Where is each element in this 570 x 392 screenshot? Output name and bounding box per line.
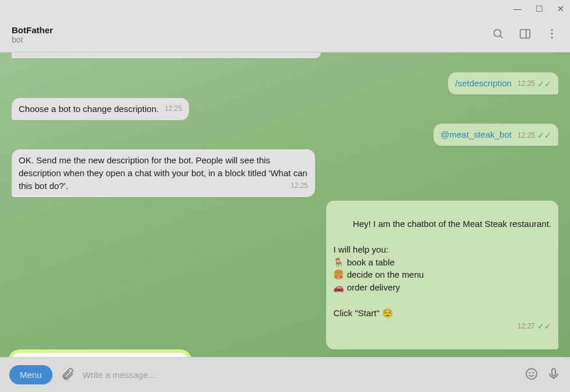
maximize-icon[interactable]: ☐ bbox=[536, 4, 543, 13]
message-row-incoming: OK. Send me the new description for the … bbox=[12, 149, 558, 197]
svg-line-1 bbox=[500, 35, 502, 37]
svg-rect-2 bbox=[520, 29, 530, 38]
chat-title[interactable]: BotFather bbox=[12, 25, 53, 35]
read-ticks-icon: ✓✓ bbox=[537, 320, 551, 332]
mention-link[interactable]: @meat_steak_bot bbox=[440, 130, 512, 139]
svg-point-6 bbox=[551, 36, 552, 38]
message-row-outgoing: /setdescription 12:25 ✓✓ bbox=[12, 72, 558, 94]
microphone-icon[interactable] bbox=[547, 367, 561, 383]
chat-subtitle: bot bbox=[12, 35, 53, 44]
message-bubble[interactable]: @meat_steak_bot 12:25 ✓✓ bbox=[433, 124, 558, 146]
svg-point-9 bbox=[533, 372, 534, 373]
message-time: 9.45 bbox=[300, 52, 314, 54]
message-bubble[interactable]: Hey! I am the chatbot of the Meat Steak … bbox=[326, 201, 558, 349]
message-row-outgoing: @meat_steak_bot 12:25 ✓✓ bbox=[12, 124, 558, 146]
message-time: 12:25 bbox=[517, 79, 535, 89]
message-input[interactable] bbox=[83, 370, 516, 380]
message-time: 12:27 bbox=[517, 321, 535, 331]
svg-rect-10 bbox=[552, 369, 555, 376]
svg-point-5 bbox=[551, 33, 552, 34]
message-text: Choose a bot to change description. bbox=[19, 104, 159, 114]
message-bubble-highlighted[interactable]: Success! Description updated. /help 12:2… bbox=[12, 353, 188, 357]
message-text: Hey! I am the chatbot of the Meat Steak … bbox=[333, 219, 551, 317]
message-time: 12:25 bbox=[165, 104, 182, 114]
read-ticks-icon: ✓✓ bbox=[537, 78, 551, 90]
partial-message: 9.45 bbox=[12, 52, 321, 58]
message-row-outgoing: Hey! I am the chatbot of the Meat Steak … bbox=[12, 201, 558, 349]
svg-point-7 bbox=[526, 369, 537, 379]
message-row-incoming: Success! Description updated. /help 12:2… bbox=[12, 353, 558, 357]
attach-icon[interactable] bbox=[61, 367, 75, 383]
emoji-icon[interactable] bbox=[524, 367, 538, 383]
window-titlebar: — ☐ ✕ bbox=[0, 0, 570, 18]
chat-area[interactable]: 9.45 /setdescription 12:25 ✓✓ Choose a b… bbox=[0, 52, 570, 357]
menu-button[interactable]: Menu bbox=[9, 365, 53, 384]
message-bubble[interactable]: /setdescription 12:25 ✓✓ bbox=[448, 72, 558, 94]
message-row-incoming: Choose a bot to change description. 12:2… bbox=[12, 98, 558, 120]
message-time: 12:25 bbox=[291, 181, 308, 191]
command-link[interactable]: /setdescription bbox=[455, 78, 512, 88]
minimize-icon[interactable]: — bbox=[513, 4, 522, 13]
sidebar-icon[interactable] bbox=[519, 27, 531, 43]
message-input-bar: Menu bbox=[0, 357, 570, 392]
more-icon[interactable] bbox=[545, 27, 558, 43]
message-bubble[interactable]: OK. Send me the new description for the … bbox=[12, 149, 315, 197]
message-time: 12:25 bbox=[517, 131, 535, 141]
close-icon[interactable]: ✕ bbox=[557, 4, 564, 13]
search-icon[interactable] bbox=[492, 27, 505, 43]
read-ticks-icon: ✓✓ bbox=[537, 130, 551, 141]
chat-header: BotFather bot bbox=[0, 18, 570, 52]
svg-point-8 bbox=[530, 372, 530, 373]
svg-point-0 bbox=[494, 29, 501, 36]
message-text: OK. Send me the new description for the … bbox=[19, 155, 307, 191]
message-bubble[interactable]: Choose a bot to change description. 12:2… bbox=[12, 98, 189, 120]
svg-point-4 bbox=[551, 29, 552, 30]
